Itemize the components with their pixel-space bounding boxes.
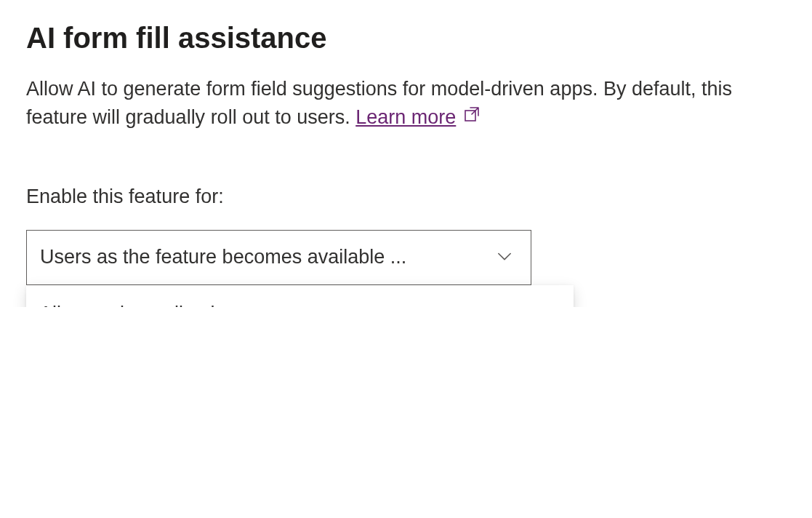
enable-feature-label: Enable this feature for: bbox=[26, 186, 786, 208]
dropdown-option-all-users[interactable]: All users immediately bbox=[26, 285, 574, 307]
page-title: AI form fill assistance bbox=[26, 22, 786, 55]
learn-more-link[interactable]: Learn more bbox=[355, 106, 456, 128]
external-link-icon bbox=[463, 103, 481, 131]
enable-feature-select[interactable]: Users as the feature becomes available .… bbox=[26, 230, 531, 285]
enable-feature-select-wrap: Users as the feature becomes available .… bbox=[26, 230, 531, 285]
select-display-text: Users as the feature becomes available .… bbox=[40, 246, 494, 268]
feature-description: Allow AI to generate form field suggesti… bbox=[26, 75, 786, 133]
dropdown-panel: All users immediately Users as the featu… bbox=[26, 285, 574, 307]
chevron-down-icon bbox=[494, 246, 515, 269]
